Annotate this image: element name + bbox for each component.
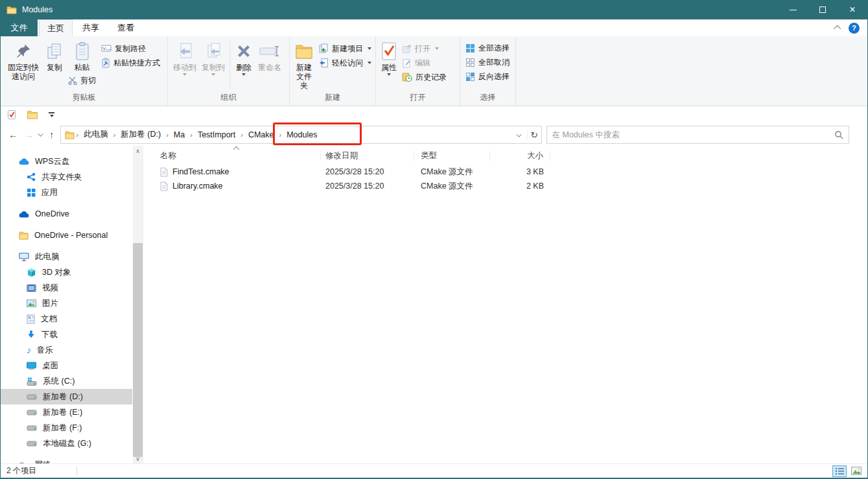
forward-button[interactable]: → [24,129,34,140]
details-view-button[interactable] [832,465,847,477]
navigation-bar: ← → ↑ › 此电脑 › 新加卷 (D:) › Ma › TestImport… [1,123,867,146]
easy-access-button[interactable]: 轻松访问 [316,56,374,70]
scroll-down-icon[interactable]: ∨ [135,454,140,463]
group-label-organize: 组织 [168,91,289,106]
delete-button[interactable]: 删除 [232,38,255,77]
up-button[interactable]: ↑ [49,129,54,140]
title-bar[interactable]: Modules × [1,0,867,19]
cmake-file-icon [160,181,168,191]
sidebar-item-drive-f[interactable]: 新加卷 (F:) [1,420,132,436]
sidebar-item-network[interactable]: 网络 [1,457,132,463]
select-none-icon [465,58,475,67]
search-icon[interactable] [834,130,843,139]
sidebar-item-documents[interactable]: 文档 [1,311,132,327]
move-to-button[interactable]: 移动到 [170,38,199,77]
help-button[interactable]: ? [849,23,860,34]
monitor-icon [19,252,29,261]
sidebar-item-music[interactable]: ♪ 音乐 [1,342,132,358]
scroll-up-icon[interactable]: ∧ [135,146,140,156]
download-arrow-icon [27,330,36,339]
column-headers: 名称 修改日期 类型 大小 [143,147,867,165]
copy-button[interactable]: 复制 [43,38,65,73]
new-folder-button[interactable]: 新建文件夹 [292,38,316,91]
pin-to-quick-access-button[interactable]: 固定到快速访问 [3,38,43,82]
tab-view[interactable]: 查看 [109,19,143,36]
collapse-ribbon-icon[interactable] [834,25,841,32]
explorer-window: Modules × 文件 主页 共享 查看 ? 固定到快速访问 [0,0,868,479]
sidebar-item-onedrive-personal[interactable]: OneDrive - Personal [1,228,132,243]
sidebar-item-onedrive[interactable]: OneDrive [1,206,132,222]
tab-file[interactable]: 文件 [1,19,38,36]
tab-share[interactable]: 共享 [74,19,108,36]
breadcrumb-testimport[interactable]: TestImport [193,130,240,139]
column-header-date[interactable]: 修改日期 [321,150,414,161]
sidebar-item-this-pc[interactable]: 此电脑 [1,249,132,264]
large-icons-view-button[interactable] [849,465,863,477]
cloud-icon [19,158,29,165]
breadcrumb-ma[interactable]: Ma [169,130,189,139]
breadcrumb-cmake[interactable]: CMake [244,130,279,139]
sidebar-item-videos[interactable]: 视频 [1,280,132,296]
column-header-size[interactable]: 大小 [490,150,550,161]
select-none-button[interactable]: 全部取消 [463,55,512,69]
sidebar-item-drive-e[interactable]: 新加卷 (E:) [1,404,132,420]
sidebar-item-3d-objects[interactable]: 3D 对象 [1,264,132,280]
scissors-icon [68,76,77,85]
copy-path-icon [101,44,111,53]
document-icon [27,314,35,324]
paste-shortcut-button[interactable]: 粘贴快捷方式 [99,56,163,70]
breadcrumb-this-pc[interactable]: 此电脑 [79,129,113,140]
back-button[interactable]: ← [8,129,18,140]
column-header-name[interactable]: 名称 [143,150,321,161]
invert-selection-button[interactable]: 反向选择 [463,69,512,84]
system-drive-icon [27,377,37,386]
properties-button[interactable]: 属性 [379,38,399,77]
sidebar-item-pictures[interactable]: 图片 [1,296,132,311]
group-separator [229,41,230,89]
copy-to-button[interactable]: 复制到 [199,38,228,77]
select-all-button[interactable]: 全部选择 [463,41,512,55]
search-box[interactable] [546,126,849,144]
easy-access-icon [318,58,329,68]
tab-home[interactable]: 主页 [39,19,73,36]
scrollbar-thumb[interactable] [133,243,143,457]
qat-properties-icon[interactable] [7,110,16,120]
file-row-findtest[interactable]: FindTest.cmake 2025/3/28 15:20 CMake 源文件… [143,165,867,179]
paste-button[interactable]: 粘贴 [71,38,93,73]
qat-customize-button[interactable] [49,112,54,117]
folder-app-icon [6,5,17,14]
sidebar-item-drive-c[interactable]: 系统 (C:) [1,373,132,389]
edit-button[interactable]: 编辑 [399,56,449,70]
sidebar-scrollbar[interactable]: ∧ ∨ [133,146,143,463]
maximize-icon [819,6,826,13]
new-item-button[interactable]: 新建项目 [316,41,374,56]
refresh-button[interactable]: ↻ [527,130,541,140]
address-dropdown-button[interactable] [513,130,527,139]
quick-access-toolbar [1,106,867,123]
item-count: 2 个项目 [6,465,36,476]
cut-button[interactable]: 剪切 [65,73,99,88]
open-button[interactable]: 打开 [399,41,449,56]
sidebar-item-shared-folder[interactable]: 共享文件夹 [1,169,132,185]
breadcrumb-modules[interactable]: Modules [282,130,322,139]
address-bar[interactable]: › 此电脑 › 新加卷 (D:) › Ma › TestImport › CMa… [60,126,542,144]
sidebar-item-downloads[interactable]: 下载 [1,327,132,342]
sidebar-item-drive-d[interactable]: 新加卷 (D:) [1,389,132,404]
search-input[interactable] [552,130,834,139]
dropdown-arrow-icon [368,62,371,64]
minimize-button[interactable] [778,0,808,19]
rename-button[interactable]: 重命名 [255,38,284,73]
history-button[interactable]: 历史记录 [399,70,449,84]
close-button[interactable]: × [838,0,867,19]
recent-locations-chevron-icon[interactable] [38,131,43,136]
sidebar-item-drive-g[interactable]: 本地磁盘 (G:) [1,436,132,451]
breadcrumb-drive-d[interactable]: 新加卷 (D:) [116,129,165,140]
sidebar-item-apps[interactable]: 应用 [1,185,132,200]
copy-path-button[interactable]: 复制路径 [99,41,163,56]
sidebar-item-desktop[interactable]: 桌面 [1,358,132,373]
maximize-button[interactable] [808,0,838,19]
qat-folder-icon[interactable] [27,110,38,120]
column-header-type[interactable]: 类型 [414,150,490,161]
file-row-library[interactable]: Library.cmake 2025/3/28 15:20 CMake 源文件 … [143,179,867,193]
sidebar-item-wps-cloud[interactable]: WPS云盘 [1,154,132,169]
